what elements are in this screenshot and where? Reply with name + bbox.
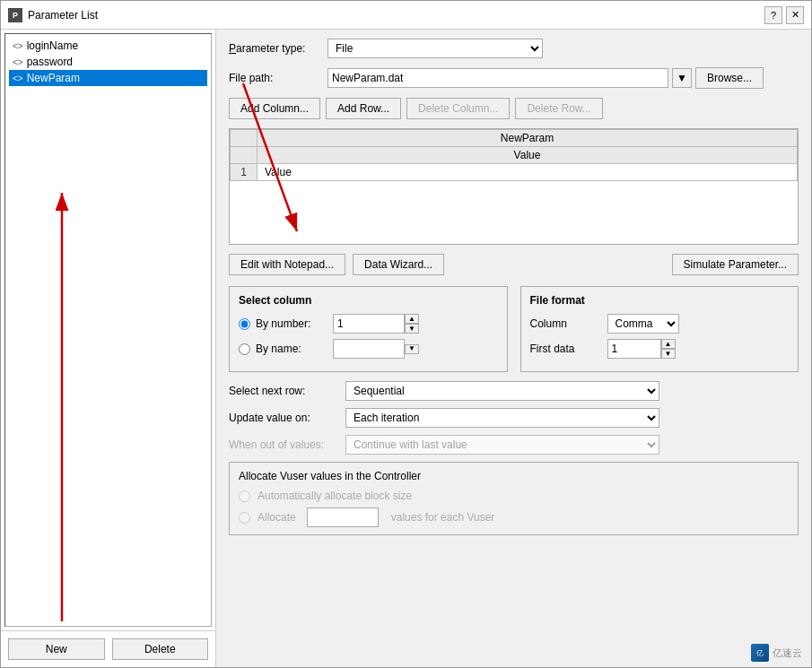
browse-button[interactable]: Browse... — [695, 67, 764, 89]
first-data-input[interactable] — [607, 339, 661, 359]
update-value-label: Update value on: — [229, 412, 345, 424]
first-data-spinner-btns: ▲ ▼ — [661, 339, 676, 359]
first-data-up-btn[interactable]: ▲ — [661, 339, 676, 349]
select-next-row-select[interactable]: Sequential Random Unique Same line as Lo… — [345, 381, 659, 401]
allocate-row: Allocate values for each Vuser — [239, 508, 789, 527]
tree-label-loginname: loginName — [27, 39, 78, 52]
by-number-label: By number: — [256, 317, 327, 330]
by-name-label: By name: — [256, 343, 327, 355]
file-format-section: File format Column Comma Tab Space First… — [520, 286, 799, 372]
add-row-button[interactable]: Add Row... — [326, 98, 401, 119]
tree-item-password[interactable]: <> password — [9, 54, 207, 70]
file-path-label: File path: — [229, 72, 327, 84]
cell-value-1[interactable]: Value — [258, 164, 798, 181]
select-column-title: Select column — [239, 294, 498, 307]
data-wizard-button[interactable]: Data Wizard... — [353, 254, 444, 275]
by-name-input[interactable] — [333, 339, 405, 359]
watermark: 亿 亿速云 — [751, 644, 802, 662]
bottom-btn-row: Edit with Notepad... Data Wizard... Simu… — [229, 254, 799, 275]
tree-item-newparam[interactable]: <> NewParam — [9, 70, 207, 86]
by-name-radio[interactable] — [239, 343, 250, 355]
file-format-firstdata-label: First data — [530, 343, 602, 355]
allocate-radio[interactable] — [239, 512, 250, 524]
section-group: Select column By number: ▲ ▼ — [229, 286, 799, 372]
tree-item-loginname[interactable]: <> loginName — [9, 38, 207, 54]
right-panel: Parameter type: File Number String Date/… — [216, 30, 811, 667]
auto-allocate-radio[interactable] — [239, 490, 250, 502]
edit-notepad-button[interactable]: Edit with Notepad... — [229, 254, 345, 275]
tree-label-newparam: NewParam — [27, 72, 80, 84]
allocate-section: Allocate Vuser values in the Controller … — [229, 462, 799, 535]
row-num-1: 1 — [231, 164, 258, 181]
auto-allocate-label: Automatically allocate block size — [258, 490, 412, 502]
allocate-label: Allocate — [258, 511, 296, 524]
by-number-radio[interactable] — [239, 318, 250, 330]
help-button[interactable]: ? — [764, 6, 782, 24]
allocate-input[interactable] — [307, 508, 379, 527]
when-out-of-values-label: When out of values: — [229, 438, 345, 451]
table-row[interactable]: 1 Value — [231, 164, 798, 181]
update-value-select[interactable]: Each iteration Each occurrence Once — [345, 408, 659, 428]
file-path-input[interactable] — [327, 68, 668, 88]
delete-column-button[interactable]: Delete Column... — [406, 98, 510, 119]
tree-label-password: password — [27, 56, 73, 68]
param-type-select[interactable]: File Number String Date/Time — [327, 39, 543, 58]
by-name-dropdown: ▼ — [333, 339, 419, 359]
simulate-button[interactable]: Simulate Parameter... — [672, 254, 799, 275]
grid-header-newparam: NewParam — [258, 130, 798, 147]
data-grid: NewParam Value 1 Value — [230, 129, 798, 181]
add-column-button[interactable]: Add Column... — [229, 98, 320, 119]
action-btn-row: Add Column... Add Row... Delete Column..… — [229, 98, 799, 119]
file-format-column-row: Column Comma Tab Space — [530, 314, 790, 334]
by-name-row: By name: ▼ — [239, 339, 498, 359]
update-value-row: Update value on: Each iteration Each occ… — [229, 408, 799, 428]
title-bar: P Parameter List ? ✕ — [1, 1, 811, 30]
file-path-row: File path: ▼ Browse... — [229, 67, 799, 89]
param-tree[interactable]: <> loginName <> password <> NewParam — [4, 33, 212, 627]
by-name-dropdown-btn[interactable]: ▼ — [405, 344, 419, 354]
file-format-column-label: Column — [530, 317, 602, 330]
when-out-of-values-select[interactable]: Continue with last value Abort Vuser Rec… — [345, 435, 659, 455]
by-number-spinner: ▲ ▼ — [333, 314, 419, 334]
by-number-input[interactable] — [333, 314, 405, 334]
close-button[interactable]: ✕ — [786, 6, 804, 24]
watermark-icon: 亿 — [751, 644, 769, 662]
when-out-of-values-row: When out of values: Continue with last v… — [229, 435, 799, 455]
new-button[interactable]: New — [8, 638, 105, 660]
first-data-spinner: ▲ ▼ — [607, 339, 676, 359]
watermark-text: 亿速云 — [773, 646, 802, 660]
grid-subheader-empty — [231, 147, 258, 164]
auto-allocate-row: Automatically allocate block size — [239, 490, 789, 502]
filepath-container: ▼ Browse... — [327, 67, 764, 89]
select-column-section: Select column By number: ▲ ▼ — [229, 286, 508, 372]
by-number-spinner-btns: ▲ ▼ — [405, 314, 419, 334]
by-number-up-btn[interactable]: ▲ — [405, 314, 419, 324]
left-panel: <> loginName <> password <> NewParam — [1, 30, 216, 667]
title-bar-buttons: ? ✕ — [764, 6, 804, 24]
tree-icon-newparam: <> — [13, 74, 23, 83]
file-format-title: File format — [530, 294, 790, 307]
tree-icon-loginname: <> — [13, 41, 23, 51]
select-next-row-row: Select next row: Sequential Random Uniqu… — [229, 381, 799, 401]
grid-header-rownum — [231, 130, 258, 147]
file-format-column-select[interactable]: Comma Tab Space — [607, 314, 679, 334]
select-next-row-label: Select next row: — [229, 385, 345, 397]
first-data-down-btn[interactable]: ▼ — [661, 349, 676, 359]
delete-row-button[interactable]: Delete Row... — [515, 98, 602, 119]
allocate-title: Allocate Vuser values in the Controller — [239, 470, 789, 482]
by-number-down-btn[interactable]: ▼ — [405, 324, 419, 334]
left-bottom-buttons: New Delete — [1, 630, 215, 667]
grid-subheader-value: Value — [258, 147, 798, 164]
file-format-firstdata-row: First data ▲ ▼ — [530, 339, 790, 359]
delete-button[interactable]: Delete — [112, 638, 209, 660]
dialog-icon: P — [8, 8, 22, 22]
data-grid-container[interactable]: NewParam Value 1 Value — [229, 128, 799, 245]
values-for-vuser-label: values for each Vuser — [391, 511, 495, 524]
param-type-row: Parameter type: File Number String Date/… — [229, 39, 799, 58]
by-number-row: By number: ▲ ▼ — [239, 314, 498, 334]
filepath-dropdown-btn[interactable]: ▼ — [672, 68, 692, 88]
dialog-body: <> loginName <> password <> NewParam — [1, 30, 811, 667]
by-name-arrow-btns: ▼ — [405, 344, 419, 354]
tree-icon-password: <> — [13, 57, 23, 67]
parameter-list-dialog: P Parameter List ? ✕ <> loginName <> pas… — [0, 0, 812, 668]
